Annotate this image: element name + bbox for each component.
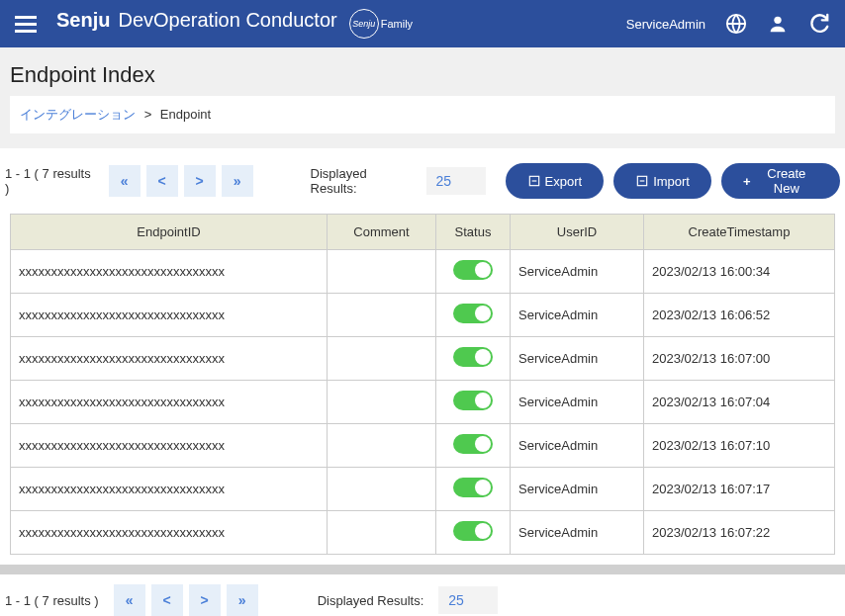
status-toggle[interactable] [453,521,493,541]
cell-created: 2023/02/13 16:00:34 [644,250,835,294]
breadcrumb-current: Endpoint [160,107,211,122]
cell-comment [328,381,436,424]
import-button[interactable]: Import [613,163,711,199]
topbar-right: ServiceAdmin [626,13,830,35]
table-row[interactable]: xxxxxxxxxxxxxxxxxxxxxxxxxxxxxxxxServiceA… [11,250,835,294]
svg-point-1 [774,17,781,24]
cell-userid: ServiceAdmin [511,511,644,555]
cell-comment [328,337,436,381]
cell-comment [328,250,436,294]
cell-endpointid: xxxxxxxxxxxxxxxxxxxxxxxxxxxxxxxx [11,337,328,381]
pager-last-bottom-icon[interactable]: » [227,584,258,616]
pager-prev-icon[interactable]: < [146,165,178,197]
status-toggle[interactable] [453,304,493,323]
status-toggle[interactable] [453,434,493,454]
col-endpointid[interactable]: EndpointID [11,215,328,250]
hamburger-menu-icon[interactable] [15,16,37,33]
current-user: ServiceAdmin [626,17,705,32]
cell-comment [328,511,436,555]
table-row[interactable]: xxxxxxxxxxxxxxxxxxxxxxxxxxxxxxxxServiceA… [11,381,835,424]
cell-endpointid: xxxxxxxxxxxxxxxxxxxxxxxxxxxxxxxx [11,250,328,294]
cell-userid: ServiceAdmin [511,337,644,381]
export-icon [527,174,541,188]
table-row[interactable]: xxxxxxxxxxxxxxxxxxxxxxxxxxxxxxxxServiceA… [11,511,835,555]
export-button[interactable]: Export [506,163,605,199]
displayed-results-input[interactable] [426,167,486,195]
toolbar: 1 - 1 ( 7 results ) « < > » Displayed Re… [0,148,845,209]
table-row[interactable]: xxxxxxxxxxxxxxxxxxxxxxxxxxxxxxxxServiceA… [11,294,835,337]
page-header: Endpoint Index インテグレーション > Endpoint [0,47,845,148]
col-userid[interactable]: UserID [511,215,644,250]
endpoint-table: EndpointID Comment Status UserID CreateT… [10,214,835,555]
cell-userid: ServiceAdmin [511,250,644,294]
user-icon[interactable] [767,13,789,35]
cell-status [436,468,511,511]
status-toggle[interactable] [453,347,493,367]
cell-comment [328,294,436,337]
col-status[interactable]: Status [436,215,511,250]
cell-endpointid: xxxxxxxxxxxxxxxxxxxxxxxxxxxxxxxx [11,468,328,511]
cell-created: 2023/02/13 16:07:17 [644,468,835,511]
breadcrumb: インテグレーション > Endpoint [10,96,835,133]
cell-status [436,250,511,294]
pager-next-icon[interactable]: > [184,165,216,197]
cell-status [436,381,511,424]
import-icon [635,174,649,188]
cell-status [436,511,511,555]
results-count-bottom: 1 - 1 ( 7 results ) [5,593,99,608]
page-title: Endpoint Index [10,62,835,88]
cell-comment [328,468,436,511]
brand-logo: Senju DevOperation Conductor Senju Famil… [56,9,626,39]
brand-rest: DevOperation Conductor [118,9,336,32]
brand-family: Senju Family [349,9,413,39]
cell-status [436,294,511,337]
results-count: 1 - 1 ( 7 results ) [5,166,94,196]
cell-created: 2023/02/13 16:07:04 [644,381,835,424]
col-comment[interactable]: Comment [328,215,436,250]
cell-created: 2023/02/13 16:07:22 [644,511,835,555]
cell-userid: ServiceAdmin [511,468,644,511]
pager-bottom: « < > » [114,584,258,616]
displayed-results-input-bottom[interactable] [438,586,498,614]
cell-userid: ServiceAdmin [511,381,644,424]
globe-icon[interactable] [725,13,747,35]
cell-userid: ServiceAdmin [511,294,644,337]
breadcrumb-separator: > [144,107,152,122]
cell-endpointid: xxxxxxxxxxxxxxxxxxxxxxxxxxxxxxxx [11,381,328,424]
table-header-row: EndpointID Comment Status UserID CreateT… [11,215,835,250]
brand-senju: Senju [56,9,110,32]
breadcrumb-link-integration[interactable]: インテグレーション [20,107,136,122]
pager-first-icon[interactable]: « [109,165,141,197]
col-created[interactable]: CreateTimestamp [644,215,835,250]
create-new-button[interactable]: +Create New [721,163,840,199]
pager-first-bottom-icon[interactable]: « [114,584,145,616]
displayed-results-label-bottom: Displayed Results: [318,593,424,608]
cell-endpointid: xxxxxxxxxxxxxxxxxxxxxxxxxxxxxxxx [11,294,328,337]
table-row[interactable]: xxxxxxxxxxxxxxxxxxxxxxxxxxxxxxxxServiceA… [11,337,835,381]
table-row[interactable]: xxxxxxxxxxxxxxxxxxxxxxxxxxxxxxxxServiceA… [11,468,835,511]
status-toggle[interactable] [453,260,493,280]
pager-prev-bottom-icon[interactable]: < [151,584,183,616]
cell-endpointid: xxxxxxxxxxxxxxxxxxxxxxxxxxxxxxxx [11,511,328,555]
refresh-icon[interactable] [808,13,830,35]
status-toggle[interactable] [453,478,493,497]
table-row[interactable]: xxxxxxxxxxxxxxxxxxxxxxxxxxxxxxxxServiceA… [11,424,835,468]
displayed-results-label: Displayed Results: [311,166,412,196]
cell-userid: ServiceAdmin [511,424,644,468]
pager: « < > » [109,165,253,197]
divider [0,565,845,574]
cell-created: 2023/02/13 16:07:10 [644,424,835,468]
pager-next-bottom-icon[interactable]: > [189,584,221,616]
cell-comment [328,424,436,468]
cell-status [436,337,511,381]
cell-status [436,424,511,468]
cell-created: 2023/02/13 16:07:00 [644,337,835,381]
topbar: Senju DevOperation Conductor Senju Famil… [0,0,845,47]
plus-icon: + [743,174,751,189]
pager-last-icon[interactable]: » [222,165,253,197]
bottom-toolbar: 1 - 1 ( 7 results ) « < > » Displayed Re… [0,574,845,616]
cell-created: 2023/02/13 16:06:52 [644,294,835,337]
cell-endpointid: xxxxxxxxxxxxxxxxxxxxxxxxxxxxxxxx [11,424,328,468]
status-toggle[interactable] [453,391,493,410]
